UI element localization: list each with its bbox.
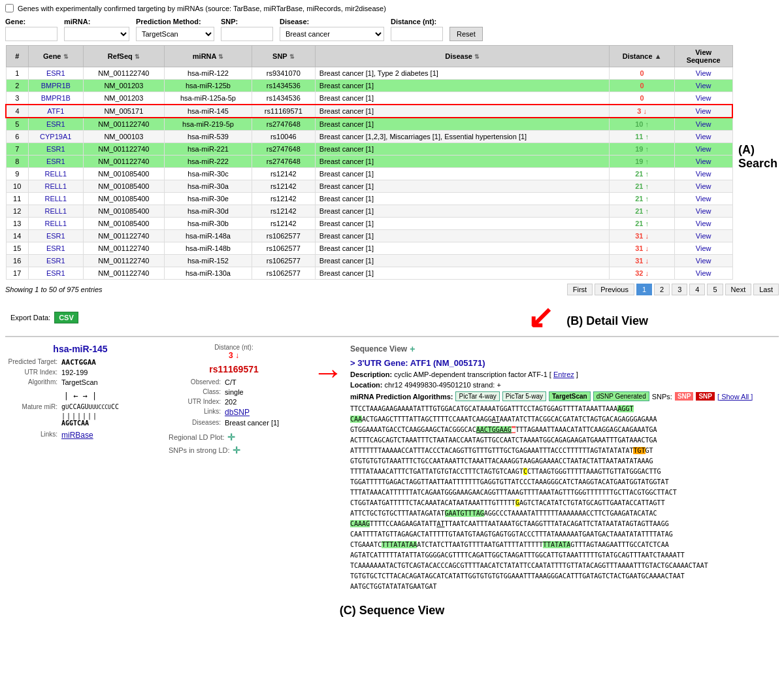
mirna-title[interactable]: hsa-miR-145 [5,344,155,354]
experimental-checkbox[interactable] [5,4,14,12]
view-link[interactable]: View [696,107,711,115]
view-link[interactable]: View [696,232,711,240]
view-link[interactable]: View [696,195,711,203]
gene-link[interactable]: CYP19A1 [40,133,71,140]
gene-link[interactable]: RELL1 [44,195,67,203]
mature-mir-seq: gUCCAGUUUUCCCUCC [61,403,119,410]
page-2-button[interactable]: 2 [654,284,670,295]
cell-refseq: NM_001085400 [83,168,165,180]
cell-view: View [674,143,732,156]
view-link[interactable]: View [696,269,711,277]
entrez-link[interactable]: Entrez [553,371,574,378]
first-page-button[interactable]: First [567,284,593,295]
location-row: Location: chr12 49499830-49501210 strand… [350,381,779,389]
gene-link[interactable]: BMPR1B [41,82,71,90]
distance-input[interactable] [391,27,443,41]
view-link[interactable]: View [696,170,711,178]
mirna-select[interactable] [64,27,129,41]
seq-line-11: ATTCTGCTGTGCTTTAATAGATATGAATGTTTAGAGGCCC… [350,510,657,517]
algo-targetscan[interactable]: TargetScan [549,391,591,401]
gene-link[interactable]: ATF1 [47,107,64,115]
algo-pictar4[interactable]: PicTar 4-way [455,391,499,401]
gene-link[interactable]: ESR1 [46,120,65,128]
cell-mirna: hsa-miR-30d [165,205,252,218]
table-row: 5 ESR1 NM_001122740 hsa-miR-219-5p rs274… [6,118,732,131]
csv-button[interactable]: CSV [54,312,78,323]
view-link[interactable]: View [696,145,711,153]
page-4-button[interactable]: 4 [689,284,705,295]
view-link[interactable]: View [696,207,711,215]
disease-select[interactable]: Breast cancer [280,27,384,41]
col-num[interactable]: # [6,46,28,67]
cell-num: 3 [6,92,28,105]
mature-mir-lines: ||||||| [61,412,155,420]
label-a: (A) [738,143,755,157]
previous-page-button[interactable]: Previous [595,284,634,295]
view-link[interactable]: View [696,120,711,128]
gene-link[interactable]: ESR1 [46,145,65,153]
snp-input[interactable] [221,27,273,41]
mature-mir-row: Mature miR: gUCCAGUUUUCCCUCC ||||||| AGG… [5,403,155,427]
cell-view: View [674,242,732,255]
desc-text: cyclic AMP-dependent transcription facto… [394,371,551,378]
col-disease[interactable]: Disease ⇅ [315,46,610,67]
gene-link[interactable]: RELL1 [44,207,67,215]
col-mirna[interactable]: miRNA ⇅ [165,46,252,67]
snp-title[interactable]: rs11169571 [169,364,299,374]
reset-button[interactable]: Reset [449,27,483,41]
cell-refseq: NM_001122740 [83,143,165,156]
page-5-button[interactable]: 5 [707,284,723,295]
gene-link[interactable]: ESR1 [46,257,65,265]
cell-gene: RELL1 [28,218,83,230]
show-all-link[interactable]: [ Show All ] [717,393,753,401]
algo-pictar5[interactable]: PicTar 5-way [502,391,546,401]
view-link[interactable]: View [696,257,711,265]
view-link[interactable]: View [696,182,711,190]
view-link[interactable]: View [696,133,711,140]
gene-link[interactable]: RELL1 [44,220,67,227]
seq-view-plus[interactable]: + [410,344,415,354]
view-link[interactable]: View [696,94,711,102]
regional-ld-plus[interactable]: ✛ [227,432,235,442]
snps-ld-plus[interactable]: ✛ [233,445,240,455]
cell-disease: Breast cancer [1] [315,118,610,131]
desc-label: Description: [350,371,392,378]
gene-link[interactable]: ESR1 [46,69,65,77]
page-1-button[interactable]: 1 [636,284,652,295]
view-link[interactable]: View [696,220,711,227]
table-row: 15 ESR1 NM_001122740 hsa-miR-148b rs1062… [6,242,732,255]
gene-link[interactable]: ESR1 [46,244,65,252]
next-page-button[interactable]: Next [725,284,752,295]
gene-link[interactable]: ESR1 [46,232,65,240]
gene-link[interactable]: BMPR1B [41,94,71,102]
mirbase-link[interactable]: miRBase [61,431,93,440]
sequence-panel: → Sequence View + > 3'UTR Gene: ATF1 (NM… [312,344,779,592]
gene-link[interactable]: ESR1 [46,269,65,277]
gene-link[interactable]: RELL1 [44,182,67,190]
view-link[interactable]: View [696,69,711,77]
algorithm-row: Algorithm: TargetScan [5,378,155,386]
view-link[interactable]: View [696,157,711,165]
view-link[interactable]: View [696,244,711,252]
col-gene[interactable]: Gene ⇅ [28,46,83,67]
view-link[interactable]: View [696,82,711,90]
pagination-buttons: First Previous 1 2 3 4 5 Next Last [567,284,779,295]
col-refseq[interactable]: RefSeq ⇅ [83,46,165,67]
last-page-button[interactable]: Last [753,284,779,295]
cell-disease: Breast cancer [1], Type 2 diabetes [1] [315,67,610,80]
cell-mirna: hsa-miR-125a-5p [165,92,252,105]
seq-view-toggle[interactable]: Sequence View + [350,344,779,354]
col-snp[interactable]: SNP ⇅ [252,46,315,67]
prediction-select[interactable]: TargetScan [136,27,214,41]
cell-snp: rs1062577 [252,230,315,242]
algo-dsnp[interactable]: dSNP Generated [593,391,649,401]
cell-gene: ESR1 [28,255,83,267]
cell-refseq: NM_001122740 [83,156,165,168]
label-c: (C) Sequence View [340,604,445,618]
page-3-button[interactable]: 3 [672,284,687,295]
gene-link[interactable]: ESR1 [46,157,65,165]
col-distance[interactable]: Distance ▲ [610,46,674,67]
dbsnp-link[interactable]: dbSNP [225,408,250,417]
gene-link[interactable]: RELL1 [44,170,67,178]
gene-input[interactable] [5,27,57,41]
